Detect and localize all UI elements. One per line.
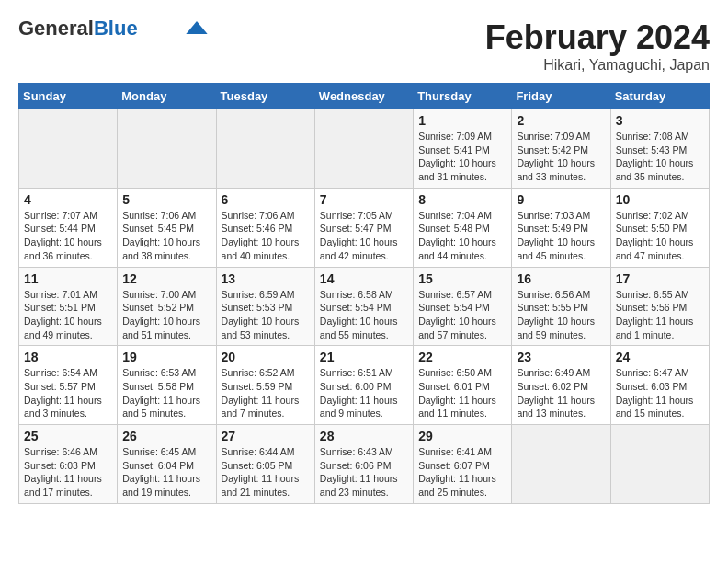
day-number: 11 [24,271,112,286]
day-number: 1 [418,113,506,128]
month-year-title: February 2024 [485,18,710,57]
weekday-header-cell: Tuesday [216,84,314,109]
day-number: 6 [222,192,310,207]
calendar-cell: 19Sunrise: 6:53 AM Sunset: 5:58 PM Dayli… [118,346,216,425]
calendar-cell [19,109,118,189]
calendar-cell: 14Sunrise: 6:58 AM Sunset: 5:54 PM Dayli… [314,267,413,346]
day-number: 25 [24,429,112,443]
day-number: 19 [122,350,210,364]
calendar-cell [314,109,413,189]
calendar-cell [118,109,216,189]
calendar-cell [610,425,709,504]
day-number: 4 [24,192,112,207]
weekday-header-cell: Saturday [610,84,709,109]
day-number: 7 [320,192,408,207]
location-subtitle: Hikari, Yamaguchi, Japan [485,57,710,74]
day-info: Sunrise: 6:49 AM Sunset: 6:02 PM Dayligh… [517,366,605,420]
day-info: Sunrise: 6:47 AM Sunset: 6:03 PM Dayligh… [616,366,704,420]
calendar-cell: 4Sunrise: 7:07 AM Sunset: 5:44 PM Daylig… [19,188,118,267]
calendar-cell: 22Sunrise: 6:50 AM Sunset: 6:01 PM Dayli… [414,346,512,425]
day-info: Sunrise: 6:57 AM Sunset: 5:54 PM Dayligh… [418,288,506,342]
logo-text: GeneralBlue [18,18,138,39]
calendar-week-row: 1Sunrise: 7:09 AM Sunset: 5:41 PM Daylig… [19,109,710,189]
calendar-cell [216,109,314,189]
calendar-cell [512,425,610,504]
calendar-cell: 11Sunrise: 7:01 AM Sunset: 5:51 PM Dayli… [19,267,118,346]
calendar-cell: 20Sunrise: 6:52 AM Sunset: 5:59 PM Dayli… [216,346,314,425]
calendar-cell: 5Sunrise: 7:06 AM Sunset: 5:45 PM Daylig… [118,188,216,267]
day-info: Sunrise: 6:45 AM Sunset: 6:04 PM Dayligh… [122,445,210,500]
day-number: 24 [616,350,704,364]
day-info: Sunrise: 6:59 AM Sunset: 5:53 PM Dayligh… [222,288,310,342]
day-number: 16 [517,271,605,286]
calendar-week-row: 4Sunrise: 7:07 AM Sunset: 5:44 PM Daylig… [19,188,710,267]
day-number: 20 [222,350,310,364]
calendar-cell: 17Sunrise: 6:55 AM Sunset: 5:56 PM Dayli… [610,267,709,346]
day-info: Sunrise: 6:44 AM Sunset: 6:05 PM Dayligh… [222,445,310,500]
day-number: 22 [418,350,506,364]
calendar-cell: 13Sunrise: 6:59 AM Sunset: 5:53 PM Dayli… [216,267,314,346]
weekday-header-row: SundayMondayTuesdayWednesdayThursdayFrid… [19,84,710,109]
day-number: 23 [517,350,605,364]
day-info: Sunrise: 7:07 AM Sunset: 5:44 PM Dayligh… [24,209,112,263]
calendar-cell: 23Sunrise: 6:49 AM Sunset: 6:02 PM Dayli… [512,346,610,425]
calendar-cell: 8Sunrise: 7:04 AM Sunset: 5:48 PM Daylig… [414,188,512,267]
day-info: Sunrise: 6:56 AM Sunset: 5:55 PM Dayligh… [517,288,605,342]
day-number: 15 [418,271,506,286]
calendar-cell: 25Sunrise: 6:46 AM Sunset: 6:03 PM Dayli… [19,425,118,504]
day-info: Sunrise: 6:58 AM Sunset: 5:54 PM Dayligh… [320,288,408,342]
svg-marker-0 [186,21,207,34]
title-section: February 2024 Hikari, Yamaguchi, Japan [485,18,710,74]
day-info: Sunrise: 7:02 AM Sunset: 5:50 PM Dayligh… [616,209,704,263]
logo: GeneralBlue [18,18,208,39]
calendar-cell: 28Sunrise: 6:43 AM Sunset: 6:06 PM Dayli… [314,425,413,504]
calendar-cell: 15Sunrise: 6:57 AM Sunset: 5:54 PM Dayli… [414,267,512,346]
day-info: Sunrise: 6:46 AM Sunset: 6:03 PM Dayligh… [24,445,112,500]
day-info: Sunrise: 7:09 AM Sunset: 5:42 PM Dayligh… [517,130,605,184]
calendar-body: 1Sunrise: 7:09 AM Sunset: 5:41 PM Daylig… [19,109,710,504]
day-number: 3 [616,113,704,128]
weekday-header-cell: Wednesday [314,84,413,109]
calendar-week-row: 25Sunrise: 6:46 AM Sunset: 6:03 PM Dayli… [19,425,710,504]
calendar-cell: 3Sunrise: 7:08 AM Sunset: 5:43 PM Daylig… [610,109,709,189]
day-info: Sunrise: 7:09 AM Sunset: 5:41 PM Dayligh… [418,130,506,184]
day-number: 5 [122,192,210,207]
day-number: 26 [122,429,210,443]
day-number: 8 [418,192,506,207]
calendar-cell: 2Sunrise: 7:09 AM Sunset: 5:42 PM Daylig… [512,109,610,189]
day-info: Sunrise: 6:43 AM Sunset: 6:06 PM Dayligh… [320,445,408,500]
page-header: GeneralBlue February 2024 Hikari, Yamagu… [18,18,710,74]
day-info: Sunrise: 7:03 AM Sunset: 5:49 PM Dayligh… [517,209,605,263]
calendar-cell: 29Sunrise: 6:41 AM Sunset: 6:07 PM Dayli… [414,425,512,504]
calendar-cell: 12Sunrise: 7:00 AM Sunset: 5:52 PM Dayli… [118,267,216,346]
day-info: Sunrise: 6:50 AM Sunset: 6:01 PM Dayligh… [418,366,506,420]
calendar-cell: 10Sunrise: 7:02 AM Sunset: 5:50 PM Dayli… [610,188,709,267]
day-info: Sunrise: 6:53 AM Sunset: 5:58 PM Dayligh… [122,366,210,420]
calendar-cell: 9Sunrise: 7:03 AM Sunset: 5:49 PM Daylig… [512,188,610,267]
calendar-week-row: 18Sunrise: 6:54 AM Sunset: 5:57 PM Dayli… [19,346,710,425]
weekday-header-cell: Sunday [19,84,118,109]
logo-icon [186,21,208,34]
calendar-cell: 7Sunrise: 7:05 AM Sunset: 5:47 PM Daylig… [314,188,413,267]
day-info: Sunrise: 7:01 AM Sunset: 5:51 PM Dayligh… [24,288,112,342]
day-number: 27 [222,429,310,443]
day-info: Sunrise: 7:00 AM Sunset: 5:52 PM Dayligh… [122,288,210,342]
day-info: Sunrise: 6:54 AM Sunset: 5:57 PM Dayligh… [24,366,112,420]
calendar-table: SundayMondayTuesdayWednesdayThursdayFrid… [18,83,710,504]
day-info: Sunrise: 6:51 AM Sunset: 6:00 PM Dayligh… [320,366,408,420]
day-number: 21 [320,350,408,364]
day-number: 2 [517,113,605,128]
day-info: Sunrise: 7:06 AM Sunset: 5:46 PM Dayligh… [222,209,310,263]
day-number: 18 [24,350,112,364]
calendar-cell: 21Sunrise: 6:51 AM Sunset: 6:00 PM Dayli… [314,346,413,425]
day-info: Sunrise: 7:06 AM Sunset: 5:45 PM Dayligh… [122,209,210,263]
day-info: Sunrise: 7:05 AM Sunset: 5:47 PM Dayligh… [320,209,408,263]
day-info: Sunrise: 6:52 AM Sunset: 5:59 PM Dayligh… [222,366,310,420]
weekday-header-cell: Friday [512,84,610,109]
day-number: 12 [122,271,210,286]
calendar-cell: 6Sunrise: 7:06 AM Sunset: 5:46 PM Daylig… [216,188,314,267]
day-number: 13 [222,271,310,286]
calendar-cell: 26Sunrise: 6:45 AM Sunset: 6:04 PM Dayli… [118,425,216,504]
day-number: 29 [418,429,506,443]
day-info: Sunrise: 7:04 AM Sunset: 5:48 PM Dayligh… [418,209,506,263]
